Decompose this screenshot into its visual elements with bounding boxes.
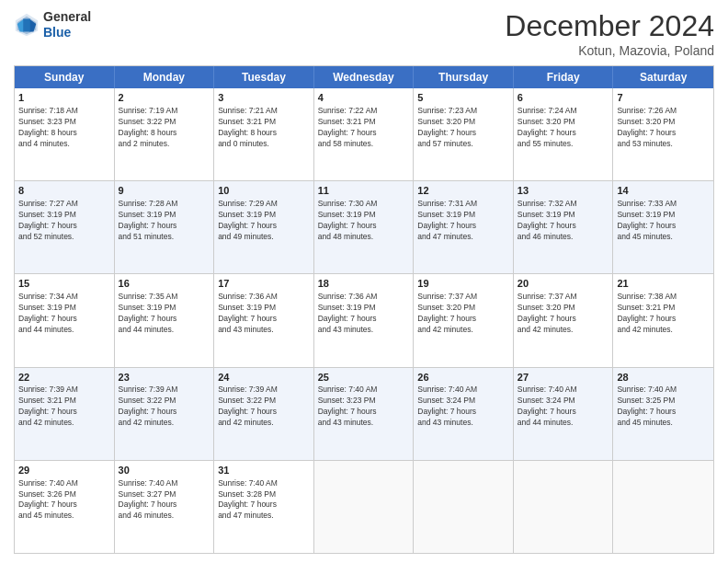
calendar-header: SundayMondayTuesdayWednesdayThursdayFrid… bbox=[15, 66, 713, 88]
day-number: 11 bbox=[318, 184, 410, 198]
calendar-cell-30: 30Sunrise: 7:40 AMSunset: 3:27 PMDayligh… bbox=[115, 461, 215, 553]
calendar-cell-16: 16Sunrise: 7:35 AMSunset: 3:19 PMDayligh… bbox=[115, 274, 215, 366]
cell-info: Sunrise: 7:33 AMSunset: 3:19 PMDaylight:… bbox=[617, 199, 710, 243]
calendar-cell-28: 28Sunrise: 7:40 AMSunset: 3:25 PMDayligh… bbox=[613, 368, 713, 460]
day-header-tuesday: Tuesday bbox=[214, 66, 314, 88]
calendar-cell-10: 10Sunrise: 7:29 AMSunset: 3:19 PMDayligh… bbox=[214, 181, 314, 273]
day-header-wednesday: Wednesday bbox=[314, 66, 415, 88]
cell-info: Sunrise: 7:36 AMSunset: 3:19 PMDaylight:… bbox=[218, 292, 310, 336]
day-number: 4 bbox=[318, 91, 410, 105]
calendar-row-2: 8Sunrise: 7:27 AMSunset: 3:19 PMDaylight… bbox=[15, 180, 713, 273]
day-number: 5 bbox=[417, 91, 509, 105]
day-header-friday: Friday bbox=[514, 66, 614, 88]
cell-info: Sunrise: 7:21 AMSunset: 3:21 PMDaylight:… bbox=[218, 106, 310, 150]
day-number: 21 bbox=[617, 277, 710, 291]
day-number: 17 bbox=[218, 277, 310, 291]
cell-info: Sunrise: 7:39 AMSunset: 3:22 PMDaylight:… bbox=[218, 385, 310, 429]
cell-info: Sunrise: 7:29 AMSunset: 3:19 PMDaylight:… bbox=[218, 199, 310, 243]
day-number: 7 bbox=[617, 91, 710, 105]
calendar-cell-8: 8Sunrise: 7:27 AMSunset: 3:19 PMDaylight… bbox=[15, 181, 115, 273]
header: General Blue December 2024 Kotun, Mazovi… bbox=[14, 9, 714, 58]
calendar-cell-4: 4Sunrise: 7:22 AMSunset: 3:21 PMDaylight… bbox=[314, 88, 415, 180]
cell-info: Sunrise: 7:40 AMSunset: 3:24 PMDaylight:… bbox=[518, 385, 609, 429]
cell-info: Sunrise: 7:18 AMSunset: 3:23 PMDaylight:… bbox=[18, 106, 110, 150]
cell-info: Sunrise: 7:28 AMSunset: 3:19 PMDaylight:… bbox=[119, 199, 210, 243]
calendar-cell-21: 21Sunrise: 7:38 AMSunset: 3:21 PMDayligh… bbox=[613, 274, 713, 366]
calendar-row-5: 29Sunrise: 7:40 AMSunset: 3:26 PMDayligh… bbox=[15, 460, 713, 553]
cell-info: Sunrise: 7:36 AMSunset: 3:19 PMDaylight:… bbox=[318, 292, 410, 336]
calendar-cell-26: 26Sunrise: 7:40 AMSunset: 3:24 PMDayligh… bbox=[414, 368, 514, 460]
cell-info: Sunrise: 7:39 AMSunset: 3:21 PMDaylight:… bbox=[18, 385, 110, 429]
cell-info: Sunrise: 7:30 AMSunset: 3:19 PMDaylight:… bbox=[318, 199, 410, 243]
cell-info: Sunrise: 7:32 AMSunset: 3:19 PMDaylight:… bbox=[518, 199, 609, 243]
cell-info: Sunrise: 7:40 AMSunset: 3:23 PMDaylight:… bbox=[318, 385, 410, 429]
calendar-cell-17: 17Sunrise: 7:36 AMSunset: 3:19 PMDayligh… bbox=[214, 274, 314, 366]
day-header-sunday: Sunday bbox=[15, 66, 115, 88]
cell-info: Sunrise: 7:26 AMSunset: 3:20 PMDaylight:… bbox=[617, 106, 710, 150]
day-number: 20 bbox=[518, 277, 609, 291]
calendar-cell-empty-6 bbox=[613, 461, 713, 553]
svg-rect-4 bbox=[23, 18, 29, 31]
cell-info: Sunrise: 7:19 AMSunset: 3:22 PMDaylight:… bbox=[119, 106, 210, 150]
day-number: 29 bbox=[18, 464, 110, 477]
day-number: 30 bbox=[119, 464, 210, 477]
calendar-cell-14: 14Sunrise: 7:33 AMSunset: 3:19 PMDayligh… bbox=[613, 181, 713, 273]
calendar-cell-25: 25Sunrise: 7:40 AMSunset: 3:23 PMDayligh… bbox=[314, 368, 415, 460]
calendar-cell-6: 6Sunrise: 7:24 AMSunset: 3:20 PMDaylight… bbox=[514, 88, 614, 180]
calendar-cell-24: 24Sunrise: 7:39 AMSunset: 3:22 PMDayligh… bbox=[214, 368, 314, 460]
cell-info: Sunrise: 7:37 AMSunset: 3:20 PMDaylight:… bbox=[518, 292, 609, 336]
logo-general: General bbox=[43, 9, 91, 24]
cell-info: Sunrise: 7:23 AMSunset: 3:20 PMDaylight:… bbox=[417, 106, 509, 150]
calendar-cell-9: 9Sunrise: 7:28 AMSunset: 3:19 PMDaylight… bbox=[115, 181, 215, 273]
cell-info: Sunrise: 7:27 AMSunset: 3:19 PMDaylight:… bbox=[18, 199, 110, 243]
calendar-cell-20: 20Sunrise: 7:37 AMSunset: 3:20 PMDayligh… bbox=[514, 274, 614, 366]
day-header-thursday: Thursday bbox=[414, 66, 514, 88]
cell-info: Sunrise: 7:24 AMSunset: 3:20 PMDaylight:… bbox=[518, 106, 609, 150]
calendar-cell-5: 5Sunrise: 7:23 AMSunset: 3:20 PMDaylight… bbox=[414, 88, 514, 180]
calendar-cell-2: 2Sunrise: 7:19 AMSunset: 3:22 PMDaylight… bbox=[115, 88, 215, 180]
calendar-cell-3: 3Sunrise: 7:21 AMSunset: 3:21 PMDaylight… bbox=[214, 88, 314, 180]
day-number: 26 bbox=[417, 371, 509, 385]
calendar-row-4: 22Sunrise: 7:39 AMSunset: 3:21 PMDayligh… bbox=[15, 367, 713, 460]
calendar-cell-11: 11Sunrise: 7:30 AMSunset: 3:19 PMDayligh… bbox=[314, 181, 415, 273]
calendar-cell-23: 23Sunrise: 7:39 AMSunset: 3:22 PMDayligh… bbox=[115, 368, 215, 460]
calendar-cell-29: 29Sunrise: 7:40 AMSunset: 3:26 PMDayligh… bbox=[15, 461, 115, 553]
page: General Blue December 2024 Kotun, Mazovi… bbox=[0, 0, 728, 563]
logo-blue: Blue bbox=[43, 25, 71, 40]
title-section: December 2024 Kotun, Mazovia, Poland bbox=[505, 9, 714, 58]
day-number: 27 bbox=[518, 371, 609, 385]
calendar-cell-12: 12Sunrise: 7:31 AMSunset: 3:19 PMDayligh… bbox=[414, 181, 514, 273]
day-number: 12 bbox=[417, 184, 509, 198]
calendar-cell-19: 19Sunrise: 7:37 AMSunset: 3:20 PMDayligh… bbox=[414, 274, 514, 366]
calendar-cell-7: 7Sunrise: 7:26 AMSunset: 3:20 PMDaylight… bbox=[613, 88, 713, 180]
cell-info: Sunrise: 7:22 AMSunset: 3:21 PMDaylight:… bbox=[318, 106, 410, 150]
day-number: 8 bbox=[18, 184, 110, 198]
calendar-row-3: 15Sunrise: 7:34 AMSunset: 3:19 PMDayligh… bbox=[15, 273, 713, 366]
day-number: 24 bbox=[218, 371, 310, 385]
logo-text: General Blue bbox=[43, 9, 91, 40]
calendar-cell-27: 27Sunrise: 7:40 AMSunset: 3:24 PMDayligh… bbox=[514, 368, 614, 460]
day-number: 22 bbox=[18, 371, 110, 385]
day-number: 31 bbox=[218, 464, 310, 477]
day-number: 9 bbox=[119, 184, 210, 198]
cell-info: Sunrise: 7:40 AMSunset: 3:26 PMDaylight:… bbox=[18, 478, 110, 523]
day-header-monday: Monday bbox=[115, 66, 215, 88]
cell-info: Sunrise: 7:40 AMSunset: 3:24 PMDaylight:… bbox=[417, 385, 509, 429]
day-number: 13 bbox=[518, 184, 609, 198]
day-number: 1 bbox=[18, 91, 110, 105]
calendar-cell-13: 13Sunrise: 7:32 AMSunset: 3:19 PMDayligh… bbox=[514, 181, 614, 273]
calendar-body: 1Sunrise: 7:18 AMSunset: 3:23 PMDaylight… bbox=[15, 88, 713, 553]
cell-info: Sunrise: 7:40 AMSunset: 3:25 PMDaylight:… bbox=[617, 385, 710, 429]
day-number: 28 bbox=[617, 371, 710, 385]
calendar-cell-31: 31Sunrise: 7:40 AMSunset: 3:28 PMDayligh… bbox=[214, 461, 314, 553]
calendar-cell-1: 1Sunrise: 7:18 AMSunset: 3:23 PMDaylight… bbox=[15, 88, 115, 180]
calendar-cell-empty-4 bbox=[414, 461, 514, 553]
day-number: 19 bbox=[417, 277, 509, 291]
cell-info: Sunrise: 7:34 AMSunset: 3:19 PMDaylight:… bbox=[18, 292, 110, 336]
calendar-cell-empty-5 bbox=[514, 461, 614, 553]
cell-info: Sunrise: 7:39 AMSunset: 3:22 PMDaylight:… bbox=[119, 385, 210, 429]
calendar-row-1: 1Sunrise: 7:18 AMSunset: 3:23 PMDaylight… bbox=[15, 88, 713, 180]
logo: General Blue bbox=[14, 9, 91, 40]
cell-info: Sunrise: 7:40 AMSunset: 3:28 PMDaylight:… bbox=[218, 478, 310, 523]
calendar-cell-empty-3 bbox=[314, 461, 415, 553]
